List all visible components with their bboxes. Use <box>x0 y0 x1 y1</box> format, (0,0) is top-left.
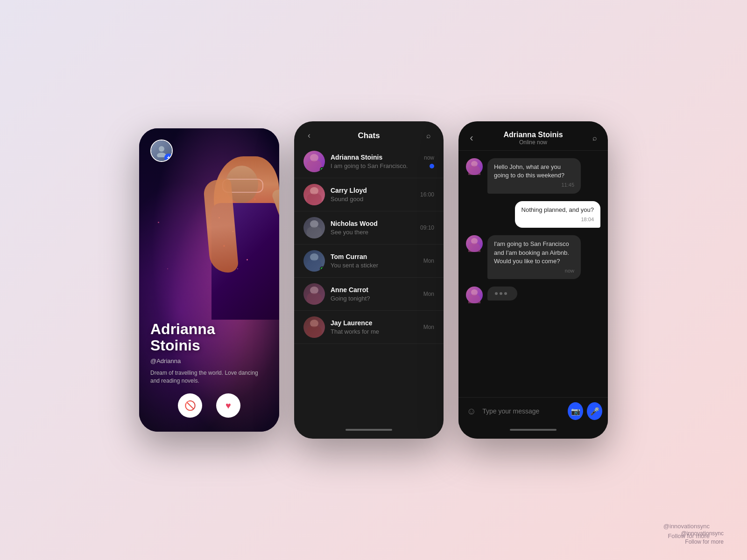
message-row: Hello John, what are you going to do thi… <box>466 158 600 194</box>
chat-content: Nicholas Wood See you there <box>331 220 415 236</box>
avatar <box>303 316 325 338</box>
profile-phone: + Adrianna Stoinis @Adrianna Dream of tr… <box>139 128 279 432</box>
profile-username: @Adrianna <box>150 357 268 364</box>
add-button[interactable]: + <box>164 154 173 162</box>
home-indicator-bar <box>294 425 444 439</box>
unread-badge <box>430 164 434 168</box>
home-indicator <box>345 429 392 431</box>
watermark: @innovationsync Follow for more <box>663 522 710 541</box>
contact-name: Adrianna Stoinis <box>482 131 585 139</box>
like-button[interactable]: ♥ <box>216 393 240 418</box>
svg-point-0 <box>159 146 164 152</box>
contact-status: Online now <box>482 139 585 146</box>
avatar <box>466 158 483 175</box>
messages-area: Hello John, what are you going to do thi… <box>458 151 608 397</box>
chat-content: Adrianna Stoinis I am going to San Franc… <box>331 154 418 169</box>
message-input[interactable] <box>482 407 564 415</box>
avatar <box>466 235 483 252</box>
chat-content: Anne Carrot Going tonight? <box>331 286 418 302</box>
avatar <box>303 151 325 172</box>
conversation-header: ‹ Adrianna Stoinis Online now ⌕ <box>458 121 608 151</box>
message-row: Nothing planned, and you? 18:04 <box>466 201 600 228</box>
list-item[interactable]: Carry Lloyd Sound good 16:00 <box>294 178 444 211</box>
avatar <box>466 287 483 303</box>
chats-header: ‹ Chats ⌕ <box>294 121 444 145</box>
profile-info: Adrianna Stoinis @Adrianna Dream of trav… <box>150 321 268 385</box>
dislike-button[interactable]: 🚫 <box>178 393 202 418</box>
back-icon[interactable]: ‹ <box>466 132 477 144</box>
watermark-tagline: Follow for more <box>663 532 710 541</box>
search-icon[interactable]: ⌕ <box>589 134 600 142</box>
search-icon[interactable]: ⌕ <box>423 132 434 140</box>
home-indicator <box>510 429 557 431</box>
message-row: I'am going to San Francisco and I'am boo… <box>466 235 600 279</box>
list-item[interactable]: Anne Carrot Going tonight? Mon <box>294 278 444 311</box>
list-item[interactable]: Nicholas Wood See you there 09:10 <box>294 211 444 245</box>
mic-icon: 🎤 <box>590 407 599 416</box>
watermark-handle: @innovationsync <box>663 522 710 532</box>
avatar <box>303 283 325 305</box>
chat-content: Carry Lloyd Sound good <box>331 187 415 203</box>
chat-content: Jay Laurence That works for me <box>331 319 418 335</box>
chat-input-area: ☺ 📷 🎤 <box>458 397 608 425</box>
typing-indicator <box>487 287 517 301</box>
chat-content: Tom Curran You sent a sticker <box>331 253 418 269</box>
message-bubble: I'am going to San Francisco and I'am boo… <box>487 235 581 279</box>
camera-button[interactable]: 📷 <box>568 402 583 420</box>
list-item[interactable]: Tom Curran You sent a sticker Mon <box>294 245 444 278</box>
avatar <box>303 217 325 238</box>
list-item[interactable]: Jay Laurence That works for me Mon <box>294 311 444 344</box>
conversation-phone: ‹ Adrianna Stoinis Online now ⌕ <box>458 121 608 439</box>
profile-bio: Dream of travelling the world. Love danc… <box>150 369 268 385</box>
mic-button[interactable]: 🎤 <box>587 402 602 420</box>
chat-list: Adrianna Stoinis I am going to San Franc… <box>294 145 444 425</box>
avatar <box>303 184 325 205</box>
emoji-button[interactable]: ☺ <box>464 403 479 420</box>
chats-title: Chats <box>315 131 423 140</box>
chats-phone: ‹ Chats ⌕ <box>294 121 444 439</box>
home-indicator-bar <box>458 425 608 439</box>
profile-name: Adrianna Stoinis <box>150 321 268 354</box>
avatar <box>303 250 325 272</box>
back-icon[interactable]: ‹ <box>303 131 315 140</box>
typing-row <box>466 287 600 303</box>
message-bubble: Nothing planned, and you? 18:04 <box>515 201 600 228</box>
camera-icon: 📷 <box>571 407 580 416</box>
profile-actions: 🚫 ♥ <box>139 393 279 418</box>
list-item[interactable]: Adrianna Stoinis I am going to San Franc… <box>294 145 444 178</box>
profile-top-avatar: + <box>150 140 173 162</box>
message-bubble: Hello John, what are you going to do thi… <box>487 158 581 194</box>
